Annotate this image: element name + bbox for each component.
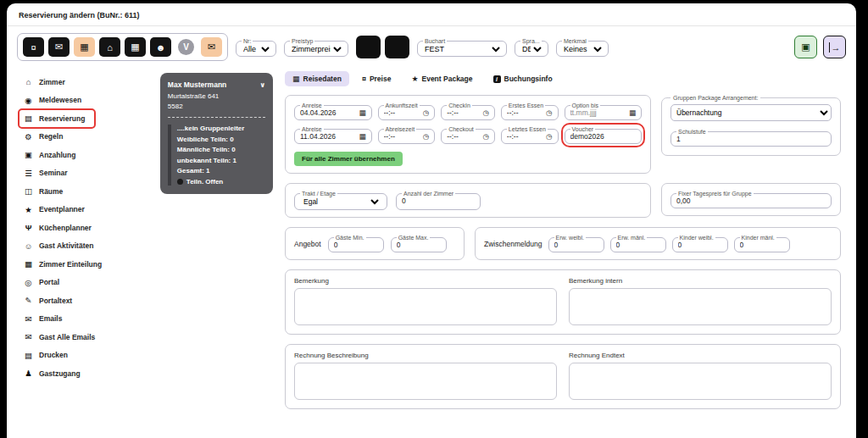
sidebar-item-zimmer-einteilung[interactable]: ▦Zimmer Einteilung <box>19 255 107 274</box>
anreise-input[interactable] <box>300 108 356 117</box>
sidebar-item-label: Portaltext <box>39 297 72 305</box>
print-icon: ▤ <box>24 351 33 360</box>
apply-all-rooms-button[interactable]: Für alle Zimmer übernehmen <box>294 152 403 166</box>
bemerkung-intern-textarea[interactable] <box>569 288 832 325</box>
app-window: Reservierung ändern (BuNr.: 611) ¤ ✉ ▦ ⌂… <box>7 3 856 438</box>
bemerkung-intern-label: Bemerkung intern <box>569 277 832 285</box>
chevron-down-icon: ∨ <box>260 81 266 89</box>
option-bis-label: Option bis <box>570 103 601 108</box>
tab-bar: ▦ Reisedaten ¤ Preise ★ Event Package i … <box>285 71 841 86</box>
interim-box: Zwischenmeldung Erw. weibl. Erw. mänl. K… <box>475 227 841 260</box>
arrangement-select[interactable]: Übernachtung <box>670 104 832 121</box>
sidebar-item-label: Gast Aktivitäten <box>39 241 93 250</box>
clock-icon: ◷ <box>546 132 552 141</box>
anzahl-zimmer-label: Anzahl der Zimmer <box>402 191 455 197</box>
bemerkung-textarea[interactable] <box>294 288 557 325</box>
sidebar-item-raeume[interactable]: ◫Räume <box>19 182 68 201</box>
tab-reisedaten[interactable]: ▦ Reisedaten <box>285 71 349 86</box>
calendar-grid-icon[interactable]: ▦ <box>125 37 146 57</box>
letztes-essen-input[interactable] <box>507 132 543 141</box>
color-swatch-1[interactable] <box>356 36 381 58</box>
tab-preise[interactable]: ¤ Preise <box>354 71 399 86</box>
sidebar-item-portal[interactable]: ◎Portal <box>19 274 64 292</box>
stat-unbekannt: unbekannt Teiln: 1 <box>177 157 265 164</box>
rechnung-endtext-textarea[interactable] <box>569 363 832 400</box>
ankunftszeit-field: Ankunftszeit ◷ <box>378 103 436 120</box>
schulstufe-input[interactable] <box>676 135 826 143</box>
sidebar-item-emails[interactable]: ✉Emails <box>19 310 67 329</box>
eventplanner-icon: ★ <box>24 205 33 214</box>
status-label: Teiln. Offen <box>186 178 223 186</box>
calculator-icon[interactable]: ▦ <box>74 37 95 57</box>
kinder-maenl-input[interactable] <box>740 241 784 249</box>
sidebar-item-gast-alle-emails[interactable]: ✉Gast Alle Emails <box>19 328 100 347</box>
guest-address: Murtalstraße 641 <box>168 92 265 100</box>
envelope-icon[interactable]: ✉ <box>48 37 70 57</box>
exit-button[interactable]: → <box>823 36 846 58</box>
sidebar-item-regeln[interactable]: ⚙Regeln <box>19 128 68 147</box>
content-area: ⌂Zimmer ◉Meldewesen ▤Reservierung ⚙Regel… <box>7 66 856 419</box>
color-swatch-2[interactable] <box>385 36 409 58</box>
offer-box: Angebot Gäste Min. Gäste Max. <box>285 227 465 260</box>
buchart-select[interactable]: FEST <box>421 44 503 54</box>
row-remarks: Bemerkung Bemerkung intern <box>285 269 841 335</box>
v-badge-glyph: V <box>178 39 194 55</box>
checkin-input[interactable] <box>447 108 480 117</box>
sidebar-item-label: Reservierung <box>39 114 85 123</box>
erw-weibl-input[interactable] <box>554 241 598 249</box>
calendar-icon: ▦ <box>292 75 300 83</box>
sidebar-item-drucken[interactable]: ▤Drucken <box>19 347 73 365</box>
rechnung-beschreibung-textarea[interactable] <box>294 363 557 400</box>
anzahl-zimmer-input[interactable] <box>402 197 475 205</box>
kinder-weibl-input[interactable] <box>678 241 722 249</box>
sidebar-item-eventplanner[interactable]: ★Eventplanner <box>19 201 90 219</box>
kinder-weibl-label: Kinder weibl. <box>678 235 715 241</box>
trakt-select[interactable]: Egal <box>300 197 381 207</box>
sidebar-item-anzahlung[interactable]: ▣Anzahlung <box>19 146 81 164</box>
gaeste-min-input[interactable] <box>334 241 378 249</box>
erw-maenl-input[interactable] <box>616 241 660 249</box>
rooms-box: Trakt / Etage Egal Anzahl der Zimmer <box>285 183 651 218</box>
people-icon[interactable]: ☻ <box>150 37 171 57</box>
ankunftszeit-input[interactable] <box>384 108 420 117</box>
sidebar-item-zimmer[interactable]: ⌂Zimmer <box>19 73 70 91</box>
merkmal-select[interactable]: Keines <box>560 44 604 54</box>
guest-card-header[interactable]: Max Mustermann ∨ <box>168 80 265 89</box>
bemerkung-label: Bemerkung <box>294 277 557 285</box>
checkout-label: Checkout <box>447 126 476 132</box>
gaeste-max-input[interactable] <box>397 241 441 249</box>
save-button[interactable]: ▣ <box>794 36 817 58</box>
option-bis-input[interactable] <box>570 108 626 117</box>
tagespreis-input[interactable] <box>676 197 826 205</box>
nr-select[interactable]: Alle <box>240 44 272 54</box>
abreise-input[interactable] <box>300 132 356 141</box>
voucher-input[interactable] <box>570 132 637 141</box>
sidebar-item-reservierung[interactable]: ▤Reservierung <box>19 109 95 128</box>
erw-maenl-label: Erw. mänl. <box>616 235 648 241</box>
sidebar-item-meldewesen[interactable]: ◉Meldewesen <box>19 91 86 110</box>
sprache-select[interactable]: DE <box>519 44 544 54</box>
sidebar-item-seminar[interactable]: ☰Seminar <box>19 164 73 183</box>
sidebar-item-label: Gast Alle Emails <box>39 333 95 341</box>
sidebar-item-gast-aktivitaeten[interactable]: ☺Gast Aktivitäten <box>19 237 98 256</box>
preistyp-select[interactable]: Zimmerpreis <box>288 44 344 54</box>
v-badge-icon[interactable]: V <box>175 37 197 57</box>
cash-icon[interactable]: ¤ <box>23 37 44 57</box>
abreisezeit-input[interactable] <box>384 132 420 141</box>
info-icon: i <box>493 75 501 83</box>
sidebar-item-label: Gastzugang <box>39 369 81 378</box>
sidebar-item-portaltext[interactable]: ✎Portaltext <box>19 291 77 310</box>
sidebar-item-gastzugang[interactable]: ♟Gastzugang <box>19 364 86 383</box>
preistyp-label: Preistyp <box>290 38 314 44</box>
erstes-essen-input[interactable] <box>507 108 543 117</box>
tab-event-package[interactable]: ★ Event Package <box>403 71 480 86</box>
nr-label: Nr: <box>242 38 253 44</box>
sidebar-item-label: Meldewesen <box>39 96 81 104</box>
sidebar-item-kuechenplanner[interactable]: ΨKüchenplanner <box>19 219 97 237</box>
tab-buchungsinfo[interactable]: i Buchungsinfo <box>486 71 560 86</box>
envelope-alt-icon[interactable]: ✉ <box>201 37 222 57</box>
checkout-input[interactable] <box>447 132 480 141</box>
bed-icon[interactable]: ⌂ <box>99 37 120 57</box>
sidebar-item-label: Drucken <box>39 351 68 359</box>
email-all-icon: ✉ <box>24 332 33 341</box>
